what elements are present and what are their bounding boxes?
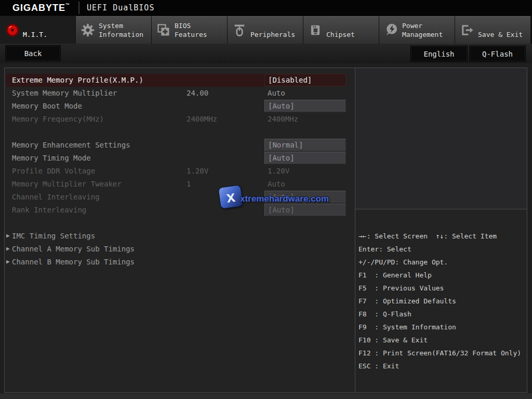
expand-arrow-icon: ▶ bbox=[6, 232, 10, 239]
tab-mit[interactable]: M.I.T. bbox=[0, 16, 75, 44]
tab-save-exit[interactable]: Save & Exit bbox=[455, 16, 530, 44]
settings-panel: Extreme Memory Profile(X.M.P.) [Disabled… bbox=[4, 68, 527, 393]
setting-value: [Disabled] bbox=[268, 76, 312, 84]
power-bolt-icon bbox=[384, 23, 398, 37]
setting-label: Rank Interleaving bbox=[12, 206, 86, 214]
row-memory-multiplier-tweaker: Memory Multiplier Tweaker 1 Auto bbox=[5, 178, 354, 191]
bios-folder-icon bbox=[156, 23, 171, 37]
setting-value: 1.20V bbox=[268, 167, 289, 175]
setting-current: 1.20V bbox=[187, 167, 208, 175]
help-line: F7 : Optimized Defaults bbox=[358, 297, 527, 310]
row-channel-interleaving: Channel Interleaving [Auto] bbox=[5, 191, 354, 204]
row-memory-enhancement[interactable]: Memory Enhancement Settings [Normal] bbox=[5, 139, 354, 152]
help-line: →←: Select Screen ↑↓: Select Item bbox=[358, 232, 527, 245]
setting-label: Memory Timing Mode bbox=[12, 154, 91, 162]
item-help-box bbox=[355, 68, 527, 209]
help-line: F1 : General Help bbox=[358, 271, 527, 284]
language-button[interactable]: English bbox=[410, 46, 468, 62]
tab-power-management[interactable]: Power Management bbox=[379, 16, 455, 44]
setting-value: [Auto] bbox=[268, 154, 295, 162]
setting-current: 1 bbox=[187, 180, 191, 188]
tab-peripherals[interactable]: Peripherals bbox=[228, 16, 303, 44]
setting-value: [Auto] bbox=[268, 102, 295, 110]
help-line: F12 : Print Screen(FAT16/32 Format Only) bbox=[358, 349, 527, 362]
header-divider bbox=[78, 2, 79, 14]
firmware-title: UEFI DualBIOS bbox=[87, 3, 154, 12]
row-channel-a-sub-timings[interactable]: ▶ Channel A Memory Sub Timings bbox=[5, 243, 354, 256]
setting-label: Memory Enhancement Settings bbox=[12, 141, 130, 149]
mit-red-indicator-icon bbox=[6, 23, 19, 37]
tab-power-management-label: Power Management bbox=[402, 21, 443, 39]
value-box[interactable]: [Normal] bbox=[264, 139, 346, 151]
qflash-button[interactable]: Q-Flash bbox=[469, 46, 526, 62]
gear-icon bbox=[81, 23, 95, 37]
row-channel-b-sub-timings[interactable]: ▶ Channel B Memory Sub Timings bbox=[5, 256, 354, 269]
bottom-strip bbox=[0, 393, 532, 399]
setting-label: Channel A Memory Sub Timings bbox=[12, 245, 135, 253]
tab-bar: M.I.T. System Information BIOS Features bbox=[0, 16, 532, 44]
row-memory-timing-mode[interactable]: Memory Timing Mode [Auto] bbox=[5, 152, 354, 165]
tab-mit-label: M.I.T. bbox=[23, 21, 47, 39]
value-box[interactable]: [Auto] bbox=[264, 152, 346, 164]
exit-arrow-icon bbox=[460, 23, 474, 37]
help-line: ESC : Exit bbox=[358, 362, 527, 375]
tab-chipset-label: Chipset bbox=[326, 21, 355, 39]
setting-current: 2400MHz bbox=[187, 115, 217, 123]
gigabyte-logo: GIGABYTE™ bbox=[12, 3, 70, 14]
setting-value: [Auto] bbox=[268, 193, 295, 201]
expand-arrow-icon: ▶ bbox=[6, 258, 10, 265]
setting-label: Memory Frequency(MHz) bbox=[12, 115, 104, 123]
setting-label: Memory Boot Mode bbox=[12, 102, 82, 110]
setting-value: [Auto] bbox=[268, 206, 295, 214]
setting-label: Memory Multiplier Tweaker bbox=[12, 180, 122, 188]
tab-system-information[interactable]: System Information bbox=[76, 16, 151, 44]
setting-value: 2400MHz bbox=[268, 115, 298, 123]
tab-bios-features[interactable]: BIOS Features bbox=[152, 16, 227, 44]
title-bar: GIGABYTE™ UEFI DualBIOS bbox=[0, 0, 532, 16]
setting-label: System Memory Multiplier bbox=[12, 89, 117, 97]
help-line: Enter: Select bbox=[358, 245, 527, 258]
trademark-symbol: ™ bbox=[65, 3, 70, 7]
row-memory-boot-mode[interactable]: Memory Boot Mode [Auto] bbox=[5, 100, 354, 113]
setting-label: Profile DDR Voltage bbox=[12, 167, 95, 175]
tab-chipset[interactable]: Chipset bbox=[303, 16, 379, 44]
setting-current: 24.00 bbox=[187, 89, 208, 97]
help-line: F10 : Save & Exit bbox=[358, 336, 527, 349]
tab-peripherals-label: Peripherals bbox=[250, 21, 295, 39]
tab-bios-features-label: BIOS Features bbox=[175, 21, 207, 39]
setting-value: Auto bbox=[268, 180, 285, 188]
mouse-icon bbox=[232, 23, 247, 37]
setting-value: Auto bbox=[268, 89, 285, 97]
setting-label: Channel Interleaving bbox=[12, 193, 100, 201]
setting-value: [Normal] bbox=[268, 141, 303, 149]
help-line: F8 : Q-Flash bbox=[358, 310, 527, 323]
setting-label: Extreme Memory Profile(X.M.P.) bbox=[12, 76, 143, 84]
help-line: F9 : System Information bbox=[358, 323, 527, 336]
expand-arrow-icon: ▶ bbox=[6, 245, 10, 252]
chip-icon bbox=[308, 23, 323, 37]
value-box[interactable]: [Disabled] bbox=[264, 74, 346, 86]
setting-label: Channel B Memory Sub Timings bbox=[12, 258, 135, 266]
hotkey-help-panel: →←: Select Screen ↑↓: Select Item Enter:… bbox=[355, 210, 527, 392]
back-button[interactable]: Back bbox=[5, 45, 61, 61]
help-line: F5 : Previous Values bbox=[358, 284, 527, 297]
toolbar: Back English Q-Flash bbox=[0, 44, 532, 63]
tab-save-exit-label: Save & Exit bbox=[478, 21, 523, 39]
value-box: [Auto] bbox=[264, 191, 346, 203]
row-xmp[interactable]: Extreme Memory Profile(X.M.P.) [Disabled… bbox=[5, 74, 354, 87]
row-profile-ddr-voltage: Profile DDR Voltage 1.20V 1.20V bbox=[5, 165, 354, 178]
help-line: +/-/PU/PD: Change Opt. bbox=[358, 258, 527, 271]
row-memory-frequency: Memory Frequency(MHz) 2400MHz 2400MHz bbox=[5, 113, 354, 126]
row-imc-timing-settings[interactable]: ▶ IMC Timing Settings bbox=[5, 230, 354, 243]
tab-system-information-label: System Information bbox=[99, 21, 143, 39]
setting-label: IMC Timing Settings bbox=[12, 232, 95, 240]
value-box: [Auto] bbox=[264, 204, 346, 216]
row-rank-interleaving: Rank Interleaving [Auto] bbox=[5, 204, 354, 217]
value-box[interactable]: [Auto] bbox=[264, 100, 346, 112]
row-system-memory-multiplier[interactable]: System Memory Multiplier 24.00 Auto bbox=[5, 87, 354, 100]
